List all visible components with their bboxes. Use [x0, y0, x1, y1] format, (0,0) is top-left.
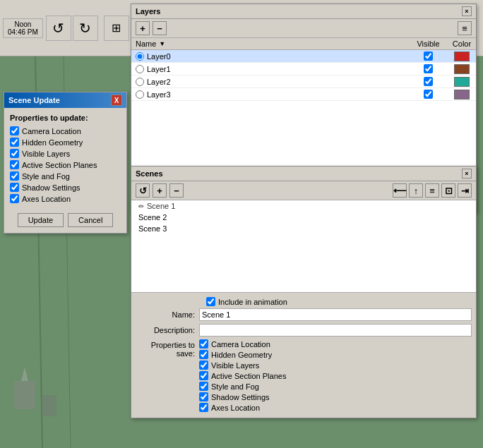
- layer-visible-cell: [409, 52, 448, 61]
- layer-visible-cell: [409, 64, 448, 73]
- update-prop-label-0: Camera Location: [22, 127, 81, 135]
- layers-header-color: Color: [448, 40, 476, 48]
- save-prop-checkbox-0[interactable]: [199, 339, 208, 349]
- layer-name-text: Layer1: [147, 65, 171, 73]
- add-layer-button[interactable]: +: [136, 21, 150, 35]
- layers-panel-close[interactable]: ×: [462, 6, 472, 16]
- layer-color-cell[interactable]: [448, 52, 476, 61]
- rotate-right-btn[interactable]: ↻: [73, 16, 98, 41]
- save-property-row: Visible Layers: [199, 361, 472, 370]
- name-input[interactable]: [199, 308, 472, 321]
- add-scene-button[interactable]: +: [153, 183, 167, 198]
- update-property-row: Visible Layers: [10, 149, 121, 158]
- update-prop-checkbox-2[interactable]: [10, 149, 19, 158]
- update-prop-checkbox-4[interactable]: [10, 171, 19, 181]
- view-btn-1[interactable]: ⊞: [104, 16, 129, 41]
- save-prop-checkbox-4[interactable]: [199, 382, 208, 391]
- layer-visible-checkbox[interactable]: [424, 90, 433, 99]
- layer-name-cell: Layer1: [131, 64, 409, 74]
- layer-visible-checkbox[interactable]: [424, 64, 433, 73]
- save-prop-label-0: Camera Location: [211, 340, 270, 349]
- layer-color-cell[interactable]: [448, 90, 476, 99]
- layer-color-swatch[interactable]: [454, 64, 470, 74]
- scenes-panel: Scenes × ↺ + − ⟵ ↑ ≡ ⊡ ⇥ ✏ Scene 1Scene …: [131, 166, 477, 418]
- update-property-row: Active Section Planes: [10, 160, 121, 169]
- scenes-list: ✏ Scene 1Scene 2Scene 3: [131, 200, 476, 292]
- layer-radio[interactable]: [136, 78, 144, 86]
- layer-row[interactable]: Layer0: [131, 50, 476, 63]
- update-prop-checkbox-6[interactable]: [10, 194, 19, 203]
- save-property-row: Hidden Geometry: [199, 350, 472, 359]
- scene-item[interactable]: Scene 2: [131, 212, 476, 223]
- layer-visible-checkbox[interactable]: [424, 52, 433, 61]
- description-input[interactable]: [199, 324, 472, 337]
- save-prop-checkbox-2[interactable]: [199, 361, 208, 370]
- save-property-row: Axes Location: [199, 403, 472, 412]
- scene-name-text: Scene 2: [138, 213, 167, 222]
- scenes-move-left-button[interactable]: ⟵: [393, 183, 407, 198]
- include-animation-row: Include in animation: [136, 297, 472, 306]
- remove-layer-button[interactable]: −: [153, 21, 167, 35]
- scenes-view-button[interactable]: ⊡: [441, 183, 455, 198]
- cancel-button[interactable]: Cancel: [68, 213, 113, 227]
- scenes-move-up-button[interactable]: ↑: [409, 183, 423, 198]
- update-prop-label-5: Shadow Settings: [22, 183, 80, 192]
- save-prop-label-2: Visible Layers: [211, 361, 259, 370]
- save-prop-checkbox-6[interactable]: [199, 403, 208, 412]
- dialog-content: Properties to update: Camera LocationHid…: [4, 108, 126, 233]
- update-prop-checkbox-0[interactable]: [10, 126, 19, 135]
- layer-row[interactable]: Layer1: [131, 63, 476, 75]
- layer-radio[interactable]: [136, 52, 144, 61]
- update-button[interactable]: Update: [18, 213, 64, 227]
- layer-name-cell: Layer0: [131, 52, 409, 61]
- layer-color-swatch[interactable]: [454, 52, 470, 61]
- save-prop-checkbox-3[interactable]: [199, 371, 208, 380]
- layer-radio[interactable]: [136, 65, 144, 73]
- layer-row[interactable]: Layer3: [131, 88, 476, 101]
- time-display: Noon 04:46 PM: [3, 18, 43, 38]
- scenes-panel-title: Scenes: [136, 169, 163, 178]
- layer-color-swatch[interactable]: [454, 90, 470, 99]
- update-prop-checkbox-3[interactable]: [10, 160, 19, 169]
- scenes-toolbar: ↺ + − ⟵ ↑ ≡ ⊡ ⇥: [131, 181, 476, 200]
- scene-update-dialog: Scene Update X Properties to update: Cam…: [4, 92, 127, 234]
- dialog-titlebar: Scene Update X: [4, 92, 126, 108]
- update-prop-checkbox-5[interactable]: [10, 183, 19, 192]
- save-properties-section: Properties to save: Camera LocationHidde…: [136, 339, 472, 413]
- layer-row[interactable]: Layer2: [131, 75, 476, 88]
- dialog-close-button[interactable]: X: [111, 95, 122, 106]
- save-prop-label-3: Active Section Planes: [211, 372, 286, 380]
- scenes-panel-close[interactable]: ×: [462, 169, 472, 178]
- save-property-row: Camera Location: [199, 339, 472, 349]
- scenes-refresh-button[interactable]: ↺: [136, 183, 150, 198]
- scene-item[interactable]: ✏ Scene 1: [131, 200, 476, 212]
- layers-toolbar: + − ≡: [131, 19, 476, 38]
- scenes-menu-button[interactable]: ≡: [425, 183, 439, 198]
- save-properties-label: Properties to save:: [136, 339, 199, 358]
- save-properties-checkboxes: Camera LocationHidden GeometryVisible La…: [199, 339, 472, 413]
- layers-header: Name ▼ Visible Color: [131, 38, 476, 50]
- update-prop-label-3: Active Section Planes: [22, 161, 97, 169]
- layer-visible-checkbox[interactable]: [424, 77, 433, 86]
- scene-item[interactable]: Scene 3: [131, 223, 476, 234]
- layer-name-cell: Layer3: [131, 90, 409, 99]
- update-prop-label-2: Visible Layers: [22, 150, 70, 158]
- rotate-left-btn[interactable]: ↺: [46, 16, 71, 41]
- scenes-details: Include in animation Name: Description: …: [131, 292, 476, 418]
- layers-options-button[interactable]: ≡: [458, 21, 472, 35]
- save-prop-checkbox-5[interactable]: [199, 392, 208, 401]
- layer-radio[interactable]: [136, 90, 144, 99]
- layers-header-name: Name ▼: [131, 40, 409, 48]
- layer-name-text: Layer0: [147, 52, 171, 61]
- remove-scene-button[interactable]: −: [169, 183, 184, 198]
- scene-edit-icon: ✏: [138, 202, 144, 210]
- save-prop-checkbox-1[interactable]: [199, 350, 208, 359]
- layer-color-cell[interactable]: [448, 64, 476, 74]
- layer-color-swatch[interactable]: [454, 77, 470, 87]
- save-property-row: Active Section Planes: [199, 371, 472, 380]
- layer-color-cell[interactable]: [448, 77, 476, 87]
- scenes-export-button[interactable]: ⇥: [458, 183, 472, 198]
- save-property-row: Shadow Settings: [199, 392, 472, 401]
- include-animation-checkbox[interactable]: [206, 297, 215, 306]
- update-prop-checkbox-1[interactable]: [10, 138, 19, 147]
